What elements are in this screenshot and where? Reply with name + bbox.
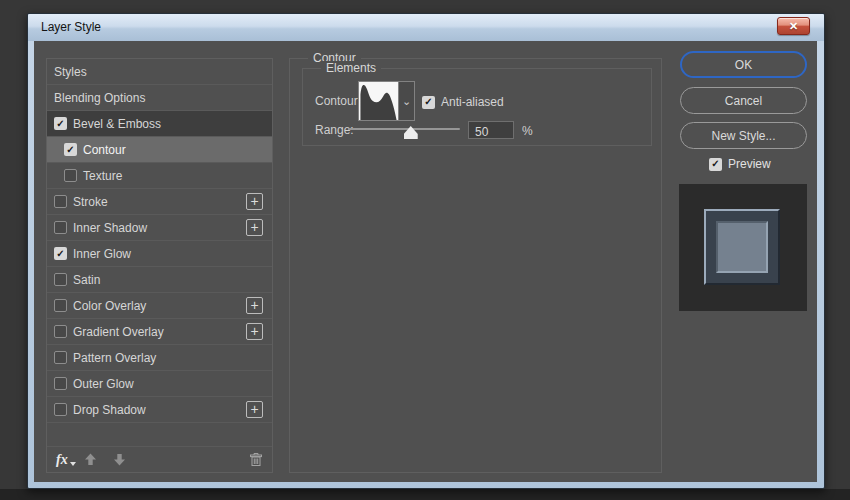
move-up-button[interactable] [84, 453, 97, 466]
sidebar-item-inner-glow[interactable]: ✓ Inner Glow [47, 241, 272, 267]
range-value-box [468, 121, 514, 139]
style-checkbox[interactable] [54, 403, 67, 416]
preview-checkbox[interactable]: ✓ [709, 158, 722, 171]
check-icon: ✓ [424, 97, 432, 107]
arrow-up-icon [84, 453, 97, 466]
app-background-strip [0, 489, 850, 500]
delete-effect-button[interactable] [249, 452, 263, 467]
ok-button[interactable]: OK [680, 51, 807, 78]
style-checkbox[interactable]: ✓ [64, 143, 77, 156]
antialiased-checkbox[interactable]: ✓ [422, 96, 435, 109]
sidebar-item-texture[interactable]: Texture [47, 163, 272, 189]
new-style-button[interactable]: New Style... [680, 122, 807, 149]
elements-fieldset: Elements Contour: ⌄ ✓ Anti-aliased R [302, 68, 652, 146]
item-label: Inner Shadow [73, 221, 147, 235]
chevron-down-icon: ⌄ [402, 95, 411, 108]
sidebar-toolbar: fx [47, 446, 272, 472]
add-effect-button[interactable]: + [246, 193, 263, 210]
range-input[interactable] [469, 124, 513, 140]
sidebar-item-drop-shadow[interactable]: Drop Shadow + [47, 397, 272, 423]
dialog-body: Styles Blending Options ✓ Bevel & Emboss… [34, 41, 817, 482]
sidebar-item-pattern-overlay[interactable]: Pattern Overlay [47, 345, 272, 371]
style-checkbox[interactable] [54, 273, 67, 286]
check-icon: ✓ [56, 249, 64, 259]
sidebar-item-contour[interactable]: ✓ Contour [47, 137, 272, 163]
sidebar-item-styles[interactable]: Styles [47, 59, 272, 85]
preview-square-face [716, 221, 768, 273]
close-icon: ✕ [789, 20, 798, 32]
sidebar-item-satin[interactable]: Satin [47, 267, 272, 293]
contour-settings-panel: Contour Elements Contour: ⌄ ✓ Anti-ali [289, 58, 662, 473]
dialog-title: Layer Style [41, 20, 101, 34]
preview-thumbnail [679, 184, 807, 311]
style-checkbox[interactable] [54, 221, 67, 234]
sidebar-item-color-overlay[interactable]: Color Overlay + [47, 293, 272, 319]
add-effect-button[interactable]: + [246, 323, 263, 340]
sidebar-item-blending-options[interactable]: Blending Options [47, 85, 272, 111]
fieldset-title: Elements [321, 61, 381, 75]
style-checkbox[interactable] [54, 299, 67, 312]
item-label: Outer Glow [73, 377, 134, 391]
percent-sign: % [522, 124, 533, 138]
preview-label: Preview [728, 157, 771, 171]
item-label: Gradient Overlay [73, 325, 164, 339]
contour-preview-thumbnail[interactable] [359, 82, 398, 120]
item-label: Satin [73, 273, 100, 287]
item-label: Stroke [73, 195, 108, 209]
item-label: Inner Glow [73, 247, 131, 261]
fx-menu-button[interactable]: fx [56, 452, 68, 468]
contour-dropdown-button[interactable]: ⌄ [398, 82, 414, 120]
style-checkbox[interactable] [54, 351, 67, 364]
style-checkbox[interactable] [54, 377, 67, 390]
slider-track[interactable] [348, 128, 460, 130]
item-label: Blending Options [54, 91, 145, 105]
preview-beveled-square [704, 209, 780, 285]
sidebar-item-gradient-overlay[interactable]: Gradient Overlay + [47, 319, 272, 345]
contour-picker[interactable]: ⌄ [358, 81, 415, 121]
style-checkbox[interactable] [64, 169, 77, 182]
range-slider[interactable] [348, 121, 460, 139]
style-checkbox[interactable] [54, 325, 67, 338]
item-label: Pattern Overlay [73, 351, 156, 365]
check-icon: ✓ [56, 119, 64, 129]
move-down-button[interactable] [113, 453, 126, 466]
sidebar-item-inner-shadow[interactable]: Inner Shadow + [47, 215, 272, 241]
add-effect-button[interactable]: + [246, 219, 263, 236]
preview-option: ✓ Preview [709, 157, 771, 171]
item-label: Styles [54, 65, 87, 79]
sidebar-item-bevel-emboss[interactable]: ✓ Bevel & Emboss [47, 111, 272, 137]
cancel-button[interactable]: Cancel [680, 87, 807, 114]
style-checkbox[interactable]: ✓ [54, 117, 67, 130]
item-label: Color Overlay [73, 299, 146, 313]
style-checkbox[interactable]: ✓ [54, 247, 67, 260]
trash-icon [249, 452, 263, 467]
arrow-down-icon [113, 453, 126, 466]
close-button[interactable]: ✕ [777, 17, 810, 35]
add-effect-button[interactable]: + [246, 401, 263, 418]
layer-style-dialog: Layer Style ✕ Styles Blending Options ✓ … [27, 13, 825, 489]
item-label: Bevel & Emboss [73, 117, 161, 131]
check-icon: ✓ [66, 145, 74, 155]
sidebar-item-outer-glow[interactable]: Outer Glow [47, 371, 272, 397]
item-label: Drop Shadow [73, 403, 146, 417]
item-label: Contour [83, 143, 126, 157]
antialiased-label: Anti-aliased [441, 95, 504, 109]
antialiased-option: ✓ Anti-aliased [422, 95, 504, 109]
style-checkbox[interactable] [54, 195, 67, 208]
check-icon: ✓ [711, 159, 719, 169]
item-label: Texture [83, 169, 122, 183]
add-effect-button[interactable]: + [246, 297, 263, 314]
sidebar-item-stroke[interactable]: Stroke + [47, 189, 272, 215]
styles-list-panel: Styles Blending Options ✓ Bevel & Emboss… [46, 58, 273, 473]
titlebar: Layer Style ✕ [28, 14, 824, 41]
contour-label: Contour: [315, 94, 361, 108]
